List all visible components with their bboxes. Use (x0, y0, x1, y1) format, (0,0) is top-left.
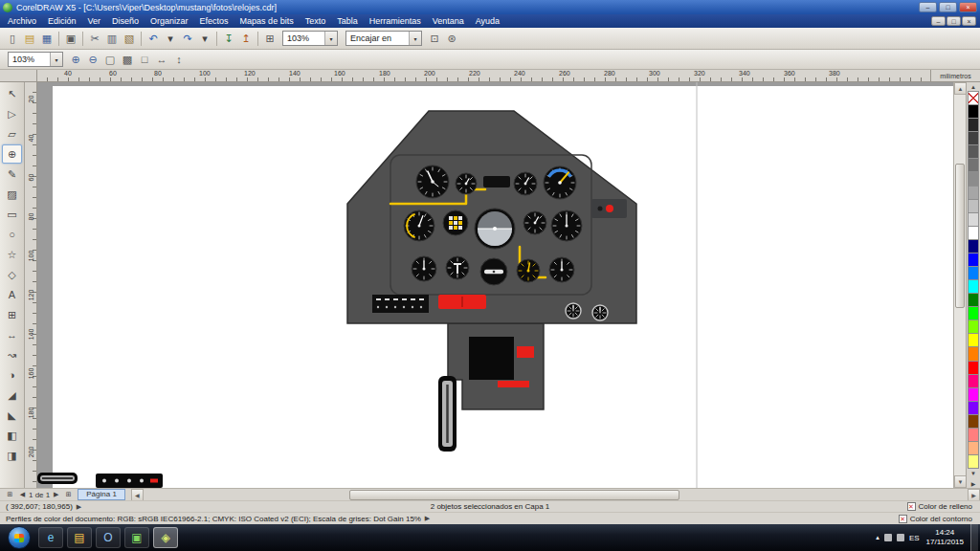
open-icon[interactable]: ▤ (21, 31, 38, 47)
next-page-button[interactable]: ▶ (50, 491, 62, 498)
horizontal-scroll-track[interactable] (144, 489, 968, 501)
palette-scroll-down-button[interactable]: ▼ (967, 469, 980, 478)
show-desktop-button[interactable] (970, 524, 978, 551)
color-swatch-11[interactable] (968, 239, 979, 253)
color-swatch-23[interactable] (968, 401, 979, 415)
page-tab[interactable]: Página 1 (78, 489, 125, 500)
color-swatch-13[interactable] (968, 266, 979, 280)
menu-archivo[interactable]: Archivo (2, 14, 42, 28)
outline-pen-tool[interactable]: ◣ (2, 406, 22, 425)
start-button[interactable] (8, 526, 31, 549)
chevron-down-icon[interactable]: ▾ (409, 32, 421, 45)
tray-icon-2[interactable] (897, 534, 904, 541)
ellipse-tool[interactable]: ○ (2, 225, 22, 244)
color-swatch-10[interactable] (968, 226, 979, 240)
rectangle-tool[interactable]: ▭ (2, 205, 22, 224)
color-swatch-8[interactable] (968, 199, 979, 213)
freehand-tool[interactable]: ✎ (2, 165, 22, 184)
save-icon[interactable]: ▦ (38, 31, 56, 47)
coordinates-flyout-button[interactable]: ▶ (73, 503, 85, 511)
prev-page-button[interactable]: ◀ (16, 491, 29, 498)
application-launcher-icon[interactable]: ⊞ (261, 31, 278, 47)
print-icon[interactable]: ▣ (62, 31, 79, 47)
tray-expand-icon[interactable]: ▴ (876, 534, 880, 541)
new-document-icon[interactable]: ▯ (4, 31, 21, 47)
color-swatch-20[interactable] (968, 361, 979, 375)
export-icon[interactable]: ↥ (237, 31, 255, 47)
fill-tool[interactable]: ◧ (2, 426, 22, 445)
color-swatch-17[interactable] (968, 320, 979, 334)
menu-herramientas[interactable]: Herramientas (364, 14, 427, 28)
undo-icon[interactable]: ↶ (145, 31, 162, 47)
add-page-button[interactable]: ⊞ (62, 491, 75, 498)
color-swatch-4[interactable] (968, 144, 979, 159)
green-app-icon[interactable]: ▣ (124, 527, 149, 548)
instrument-panel-drawing[interactable] (37, 82, 953, 488)
paste-icon[interactable]: ▧ (121, 31, 138, 47)
color-swatch-19[interactable] (968, 346, 979, 361)
fit-to-combo[interactable]: Encajar en ▾ (345, 31, 422, 46)
pick-tool[interactable]: ↖ (2, 84, 22, 103)
color-swatch-6[interactable] (968, 171, 979, 186)
scroll-right-button[interactable]: ▶ (968, 489, 980, 501)
zoom-selected-icon[interactable]: ▢ (101, 52, 119, 68)
fill-color-swatch[interactable]: ✕ (907, 502, 916, 511)
horizontal-scroll-thumb[interactable] (349, 490, 679, 500)
snap-to-icon[interactable]: ⊡ (426, 31, 443, 47)
document-close-button[interactable]: × (962, 16, 976, 26)
horizontal-scrollbar[interactable]: ◀ ▶ (131, 489, 980, 501)
zoom-out-icon[interactable]: ⊖ (84, 52, 101, 68)
table-tool[interactable]: ⊞ (2, 305, 22, 324)
profiles-flyout-button[interactable]: ▶ (421, 515, 434, 522)
menu-organizar[interactable]: Organizar (145, 14, 194, 28)
smart-fill-tool[interactable]: ▨ (2, 185, 22, 204)
zoom-level-combo[interactable]: 103% ▾ (282, 31, 338, 46)
text-tool[interactable]: A (2, 285, 22, 304)
redo-dropdown-icon[interactable]: ▾ (196, 31, 213, 47)
connector-tool[interactable]: ↝ (2, 345, 22, 364)
color-swatch-2[interactable] (968, 118, 979, 132)
ruler-origin[interactable] (0, 70, 37, 81)
vertical-scroll-thumb[interactable] (955, 164, 965, 308)
shape-tool[interactable]: ▷ (2, 104, 22, 123)
menu-efectos[interactable]: Efectos (194, 14, 234, 28)
no-color-swatch[interactable] (968, 91, 979, 105)
color-swatch-14[interactable] (968, 279, 979, 294)
polygon-tool[interactable]: ☆ (2, 245, 22, 264)
options-icon[interactable]: ⊛ (443, 31, 460, 47)
chevron-down-icon[interactable]: ▾ (324, 32, 337, 45)
color-swatch-7[interactable] (968, 186, 979, 200)
zoom-in-icon[interactable]: ⊕ (67, 52, 84, 68)
color-swatch-26[interactable] (968, 441, 979, 455)
eyedropper-tool[interactable]: ◢ (2, 386, 22, 405)
cut-icon[interactable]: ✂ (86, 31, 103, 47)
menu-ver[interactable]: Ver (82, 14, 107, 28)
color-swatch-18[interactable] (968, 333, 979, 347)
zoom-all-objects-icon[interactable]: ▩ (119, 52, 136, 68)
horizontal-ruler[interactable]: 4060801001201401601802002202402602803003… (37, 70, 930, 81)
zoom-page-width-icon[interactable]: ↔ (153, 52, 170, 68)
menu-ventana[interactable]: Ventana (427, 14, 470, 28)
color-swatch-21[interactable] (968, 374, 979, 388)
color-swatch-22[interactable] (968, 387, 979, 402)
crop-tool[interactable]: ▱ (2, 124, 22, 143)
undo-dropdown-icon[interactable]: ▾ (162, 31, 179, 47)
menu-texto[interactable]: Texto (300, 14, 332, 28)
dimension-tool[interactable]: ↔ (2, 325, 22, 344)
vertical-ruler[interactable]: 20406080100120140160180200 (25, 82, 37, 488)
vertical-scroll-track[interactable] (954, 95, 966, 475)
color-swatch-15[interactable] (968, 293, 979, 307)
basic-shapes-tool[interactable]: ◇ (2, 265, 22, 284)
maximize-button[interactable]: □ (939, 2, 957, 12)
internet-explorer-icon[interactable]: e (38, 527, 63, 548)
system-clock[interactable]: 14:24 17/11/2015 (926, 528, 964, 546)
document-restore-button[interactable]: □ (947, 16, 961, 26)
color-swatch-9[interactable] (968, 212, 979, 227)
minimize-button[interactable]: – (919, 2, 937, 12)
color-swatch-1[interactable] (968, 104, 979, 119)
import-icon[interactable]: ↧ (220, 31, 237, 47)
blend-tool[interactable]: ◑ (2, 365, 22, 385)
coreldraw-icon[interactable]: ◈ (153, 527, 178, 548)
zoom-page-icon[interactable]: □ (136, 52, 153, 68)
menu-diseno[interactable]: Diseño (106, 14, 145, 28)
